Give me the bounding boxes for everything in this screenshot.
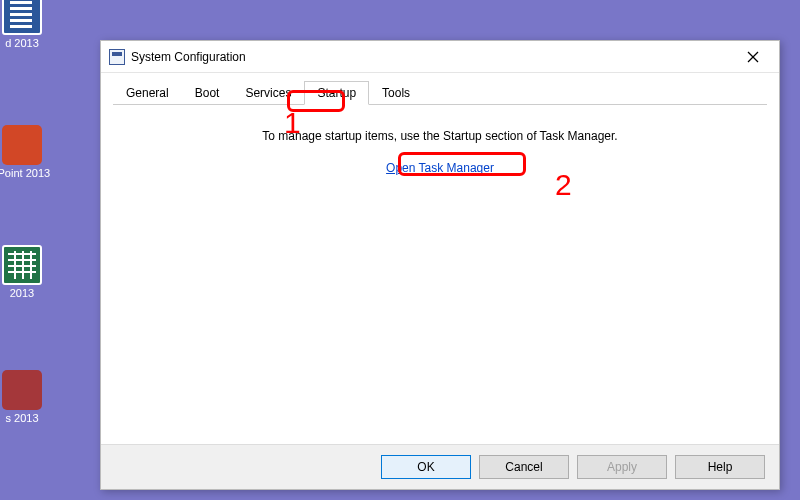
button-bar: OK Cancel Apply Help <box>101 444 779 489</box>
open-task-manager-link[interactable]: Open Task Manager <box>386 161 494 175</box>
tab-area: General Boot Services Startup Tools <box>101 73 779 105</box>
titlebar[interactable]: System Configuration <box>101 41 779 73</box>
tab-content-startup: To manage startup items, use the Startup… <box>101 105 779 444</box>
desktop-icon-label: s 2013 <box>0 412 52 424</box>
tab-strip: General Boot Services Startup Tools <box>113 81 767 105</box>
desktop-icon-access[interactable]: s 2013 <box>0 370 52 424</box>
apply-button[interactable]: Apply <box>577 455 667 479</box>
close-icon <box>747 51 759 63</box>
tab-boot[interactable]: Boot <box>182 81 233 105</box>
access-icon <box>2 370 42 410</box>
desktop-icon-label: d 2013 <box>0 37 52 49</box>
desktop-icon-powerpoint[interactable]: rPoint 2013 <box>0 125 52 179</box>
cancel-button[interactable]: Cancel <box>479 455 569 479</box>
tab-general[interactable]: General <box>113 81 182 105</box>
desktop-icon-label: rPoint 2013 <box>0 167 52 179</box>
system-configuration-dialog: System Configuration General Boot Servic… <box>100 40 780 490</box>
help-button[interactable]: Help <box>675 455 765 479</box>
window-title: System Configuration <box>131 50 735 64</box>
tab-services[interactable]: Services <box>232 81 304 105</box>
instruction-text: To manage startup items, use the Startup… <box>121 129 759 143</box>
desktop-icon-label: 2013 <box>0 287 52 299</box>
close-button[interactable] <box>735 44 771 70</box>
msconfig-icon <box>109 49 125 65</box>
word-icon <box>2 0 42 35</box>
powerpoint-icon <box>2 125 42 165</box>
desktop-icon-excel[interactable]: 2013 <box>0 245 52 299</box>
excel-icon <box>2 245 42 285</box>
desktop-icon-word[interactable]: d 2013 <box>0 0 52 49</box>
ok-button[interactable]: OK <box>381 455 471 479</box>
tab-tools[interactable]: Tools <box>369 81 423 105</box>
tab-startup[interactable]: Startup <box>304 81 369 105</box>
